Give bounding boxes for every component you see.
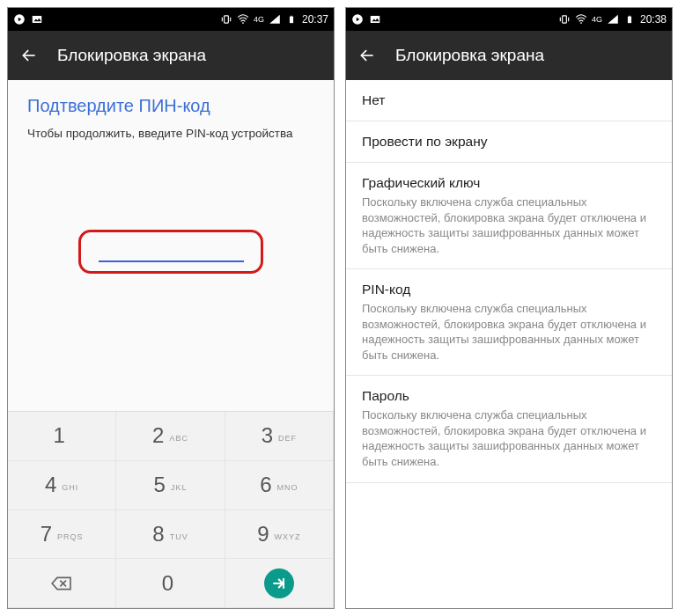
svg-rect-20: [563, 16, 567, 23]
play-icon: [13, 13, 26, 26]
image-icon: [31, 13, 43, 26]
option-pattern[interactable]: Графический ключ Поскольку включена служ…: [346, 163, 672, 269]
status-time: 20:38: [640, 13, 667, 26]
key-3[interactable]: 3DEF: [225, 412, 334, 461]
key-backspace[interactable]: [8, 559, 116, 608]
battery-icon: [623, 13, 636, 26]
pin-input[interactable]: [99, 260, 244, 262]
key-2[interactable]: 2ABC: [116, 412, 225, 461]
pin-input-highlight: [78, 230, 263, 274]
enter-icon: [264, 568, 294, 598]
svg-rect-25: [628, 17, 631, 24]
svg-marker-8: [269, 15, 280, 24]
svg-rect-26: [629, 16, 630, 17]
key-4[interactable]: 4GHI: [8, 461, 116, 510]
page-title: Блокировка экрана: [57, 46, 206, 65]
svg-point-7: [242, 22, 244, 24]
option-pin[interactable]: PIN-код Поскольку включена служба специа…: [346, 269, 672, 376]
page-title: Блокировка экрана: [395, 46, 544, 65]
signal-icon: [607, 13, 619, 26]
vibrate-icon: [220, 13, 232, 26]
vibrate-icon: [558, 13, 571, 26]
option-none[interactable]: Нет: [346, 80, 672, 121]
pin-subtitle: Чтобы продолжить, введите PIN-код устрой…: [27, 127, 314, 140]
screen-left: 4G 20:37 Блокировка экрана Подтвердите П…: [7, 7, 335, 609]
screen-right: 4G 20:38 Блокировка экрана Нет Провести …: [345, 7, 673, 609]
option-title: Пароль: [362, 388, 656, 404]
key-7[interactable]: 7PRQS: [8, 510, 116, 560]
svg-rect-18: [371, 16, 380, 23]
pin-header: Подтвердите ПИН-код: [27, 96, 314, 116]
back-button[interactable]: [20, 47, 38, 64]
svg-rect-10: [291, 16, 292, 17]
image-icon: [369, 13, 381, 26]
play-icon: [351, 13, 364, 26]
option-password[interactable]: Пароль Поскольку включена служба специал…: [346, 376, 672, 482]
status-time: 20:37: [302, 13, 328, 26]
svg-rect-9: [290, 17, 293, 24]
option-desc: Поскольку включена служба специальных во…: [362, 194, 656, 256]
option-desc: Поскольку включена служба специальных во…: [362, 301, 656, 363]
network-label: 4G: [254, 16, 264, 24]
wifi-icon: [575, 13, 587, 26]
back-button[interactable]: [358, 47, 376, 64]
status-bar: 4G 20:38: [346, 8, 672, 31]
svg-rect-2: [33, 16, 42, 23]
key-5[interactable]: 5JKL: [116, 461, 225, 510]
option-title: Провести по экрану: [362, 134, 656, 150]
key-1[interactable]: 1: [8, 412, 116, 461]
key-8[interactable]: 8TUV: [116, 510, 225, 560]
svg-point-23: [580, 22, 582, 24]
key-9[interactable]: 9WXYZ: [225, 510, 334, 560]
option-title: Нет: [362, 92, 656, 108]
option-desc: Поскольку включена служба специальных во…: [362, 407, 656, 469]
network-label: 4G: [592, 16, 602, 24]
svg-rect-4: [225, 16, 229, 23]
status-bar: 4G 20:37: [8, 8, 334, 31]
signal-icon: [269, 13, 281, 26]
option-swipe[interactable]: Провести по экрану: [346, 121, 672, 163]
keypad: 1 2ABC 3DEF 4GHI 5JKL 6MNO 7PRQS 8TUV 9W…: [8, 411, 334, 608]
app-bar: Блокировка экрана: [8, 31, 334, 80]
wifi-icon: [237, 13, 249, 26]
option-title: Графический ключ: [362, 175, 656, 191]
lock-options-list: Нет Провести по экрану Графический ключ …: [346, 80, 672, 483]
key-0[interactable]: 0: [116, 559, 225, 608]
battery-icon: [285, 13, 298, 26]
svg-marker-24: [608, 15, 618, 24]
app-bar: Блокировка экрана: [346, 31, 672, 80]
key-enter[interactable]: [225, 559, 334, 608]
key-6[interactable]: 6MNO: [225, 461, 334, 510]
option-title: PIN-код: [362, 282, 656, 297]
pin-content: Подтвердите ПИН-код Чтобы продолжить, вв…: [8, 80, 334, 413]
